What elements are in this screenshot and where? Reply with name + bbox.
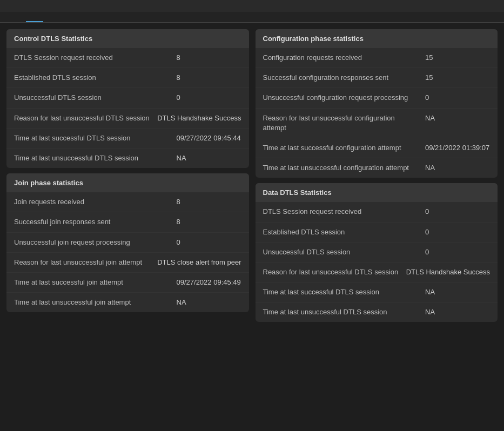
stat-value: 8 xyxy=(177,53,241,63)
stat-value: 09/27/2022 09:45:44 xyxy=(177,133,241,143)
stat-row: Time at last unsuccessful join attemptNA xyxy=(6,293,249,312)
stat-value: 0 xyxy=(177,238,241,247)
stat-row: Reason for last unsuccessful join attemp… xyxy=(6,253,249,273)
stat-label: Unsuccessful configuration request proce… xyxy=(263,93,426,103)
tab-statistics[interactable] xyxy=(26,11,43,22)
stat-label: DTLS Session request received xyxy=(14,53,177,63)
stat-row: Time at last unsuccessful DTLS sessionNA xyxy=(6,149,249,168)
stat-value: NA xyxy=(177,298,241,307)
stat-row: DTLS Session request received8 xyxy=(6,48,249,68)
tab-general[interactable] xyxy=(9,11,26,22)
stat-label: Established DTLS session xyxy=(263,227,426,237)
stat-value: 09/27/2022 09:45:49 xyxy=(177,278,241,287)
stat-label: DTLS Session request received xyxy=(263,207,426,217)
stat-label: Time at last unsuccessful configuration … xyxy=(263,163,426,173)
stat-value: 8 xyxy=(177,73,241,83)
stat-label: Unsuccessful DTLS session xyxy=(263,247,426,257)
stat-label: Reason for last unsuccessful configurati… xyxy=(263,113,426,133)
stat-value: NA xyxy=(425,307,490,317)
stat-value: DTLS Handshake Success xyxy=(157,113,241,123)
stat-value: NA xyxy=(177,153,241,163)
stat-row: Successful join responses sent8 xyxy=(6,212,249,232)
section-join-phase: Join phase statisticsJoin requests recei… xyxy=(6,173,249,312)
stat-value: 8 xyxy=(177,197,241,207)
stat-row: Successful configuration responses sent1… xyxy=(256,68,498,88)
section-header-join-phase: Join phase statistics xyxy=(6,173,249,192)
stat-label: Join requests received xyxy=(14,197,177,207)
stat-value: NA xyxy=(425,287,490,297)
stat-row: Time at last unsuccessful DTLS sessionNA xyxy=(256,302,498,322)
stat-label: Reason for last unsuccessful DTLS sessio… xyxy=(14,113,157,123)
stat-row: DTLS Session request received0 xyxy=(256,202,498,222)
stat-row: Time at last successful DTLS session09/2… xyxy=(6,129,249,149)
stat-row: Established DTLS session8 xyxy=(6,68,249,88)
stat-value: 0 xyxy=(425,227,490,237)
stat-row: Time at last unsuccessful configuration … xyxy=(256,158,498,178)
stat-value: 8 xyxy=(177,217,241,227)
stat-row: Reason for last unsuccessful DTLS sessio… xyxy=(256,262,498,282)
stat-label: Unsuccessful DTLS session xyxy=(14,93,177,103)
section-header-data-dtls: Data DTLS Statistics xyxy=(256,183,498,202)
stat-row: Unsuccessful join request processing0 xyxy=(6,233,249,253)
section-control-dtls: Control DTLS StatisticsDTLS Session requ… xyxy=(6,29,249,168)
tab-bar xyxy=(0,11,504,23)
stat-value: 15 xyxy=(425,53,490,63)
stat-row: Time at last successful join attempt09/2… xyxy=(6,273,249,293)
stat-value: 0 xyxy=(425,247,490,257)
stat-value: DTLS close alert from peer xyxy=(157,258,241,267)
stat-value: NA xyxy=(425,163,490,173)
section-header-config-phase: Configuration phase statistics xyxy=(256,29,498,48)
stat-label: Time at last unsuccessful join attempt xyxy=(14,298,177,307)
stat-row: Established DTLS session0 xyxy=(256,223,498,243)
stat-value: DTLS Handshake Success xyxy=(406,267,490,277)
stat-value: 09/21/2022 01:39:07 xyxy=(425,143,490,153)
stat-label: Reason for last unsuccessful join attemp… xyxy=(14,258,157,267)
stat-label: Successful configuration responses sent xyxy=(263,73,426,83)
stat-row: Configuration requests received15 xyxy=(256,48,498,68)
stat-label: Unsuccessful join request processing xyxy=(14,238,177,247)
stat-row: Time at last successful configuration at… xyxy=(256,138,498,158)
stat-label: Time at last unsuccessful DTLS session xyxy=(263,307,426,317)
left-column: Control DTLS StatisticsDTLS Session requ… xyxy=(6,29,249,322)
stat-label: Time at last successful DTLS session xyxy=(263,287,426,297)
right-column: Configuration phase statisticsConfigurat… xyxy=(256,29,498,322)
stat-label: Reason for last unsuccessful DTLS sessio… xyxy=(263,267,406,277)
stat-value: 0 xyxy=(425,93,490,103)
main-content: Control DTLS StatisticsDTLS Session requ… xyxy=(0,23,504,328)
stat-row: Time at last successful DTLS sessionNA xyxy=(256,282,498,302)
stat-value: 0 xyxy=(177,93,241,103)
stat-row: Join requests received8 xyxy=(6,192,249,212)
section-header-control-dtls: Control DTLS Statistics xyxy=(6,29,249,48)
stat-label: Time at last successful DTLS session xyxy=(14,133,177,143)
stat-label: Successful join responses sent xyxy=(14,217,177,227)
stat-row: Reason for last unsuccessful configurati… xyxy=(256,109,498,138)
stat-label: Time at last successful configuration at… xyxy=(263,143,426,153)
stat-value: 0 xyxy=(425,207,490,217)
stat-label: Time at last unsuccessful DTLS session xyxy=(14,153,177,163)
stat-row: Unsuccessful configuration request proce… xyxy=(256,88,498,108)
stat-row: Unsuccessful DTLS session0 xyxy=(256,243,498,262)
stat-label: Configuration requests received xyxy=(263,53,426,63)
title-bar xyxy=(0,0,504,11)
stat-value: 15 xyxy=(425,73,490,83)
stat-row: Unsuccessful DTLS session0 xyxy=(6,88,249,108)
section-config-phase: Configuration phase statisticsConfigurat… xyxy=(256,29,498,178)
stat-label: Time at last successful join attempt xyxy=(14,278,177,287)
stat-value: NA xyxy=(425,113,490,123)
stat-label: Established DTLS session xyxy=(14,73,177,83)
section-data-dtls: Data DTLS StatisticsDTLS Session request… xyxy=(256,183,498,322)
stat-row: Reason for last unsuccessful DTLS sessio… xyxy=(6,109,249,129)
